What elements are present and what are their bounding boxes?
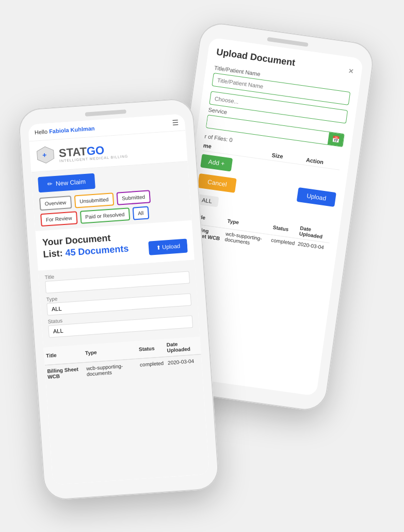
svg-text:+: + [42, 151, 47, 159]
add-button[interactable]: Add + [200, 154, 233, 171]
upload-heading: Upload Document [216, 46, 296, 68]
app-screen: Hello Fabiola Kuhlman ☰ + [28, 114, 209, 485]
close-icon[interactable]: × [348, 66, 354, 76]
upload-actions: Cancel Upload [198, 173, 336, 207]
tab-all[interactable]: All [132, 206, 149, 220]
logo-icon: + [36, 145, 56, 166]
main-col-status: Status [136, 339, 165, 359]
upload-document-button[interactable]: ⬆ Upload [148, 238, 188, 255]
documents-table: Title Type Status Date Uploaded Billing … [190, 208, 332, 259]
tab-paid-resolved[interactable]: Paid or Resolved [79, 207, 130, 224]
logo-text-group: STATGO INTELLIGENT MEDICAL BILLING [58, 142, 128, 163]
new-claim-button[interactable]: ✏ New Claim [38, 173, 95, 193]
row-status: completed [137, 357, 166, 376]
logo-go: GO [86, 143, 105, 157]
upload-button[interactable]: Upload [297, 187, 336, 207]
row-title: Billing Sheet WCB [45, 362, 85, 383]
new-claim-label: New Claim [56, 178, 86, 187]
tab-for-review[interactable]: For Review [40, 211, 77, 227]
row-date: 2020-03-04 [165, 354, 202, 374]
col-size: Size [271, 152, 306, 163]
greeting: Hello Fabiola Kuhlman [35, 125, 95, 135]
main-col-title: Title [43, 345, 84, 365]
upload-icon: ⬆ [156, 244, 161, 251]
row-status: completed [268, 235, 297, 254]
col-action: Action [305, 157, 341, 168]
tab-submitted[interactable]: Submitted [116, 190, 151, 205]
tab-unsubmitted[interactable]: Unsubmitted [74, 192, 114, 208]
main-col-date: Date Uploaded [164, 336, 201, 357]
doc-count: 45 Documents [65, 244, 129, 259]
front-phone: Hello Fabiola Kuhlman ☰ + [18, 98, 220, 501]
filter-section: Title Type ALL Status ALL [38, 260, 200, 345]
calendar-icon[interactable]: 📅 [328, 132, 344, 147]
scene: Upload Document × Title/Patient Name Ser… [0, 0, 404, 532]
user-name: Fabiola Kuhlman [49, 125, 95, 134]
claims-tabs: Overview Unsubmitted Submitted For Revie… [33, 187, 191, 227]
front-phone-screen: Hello Fabiola Kuhlman ☰ + [28, 114, 209, 485]
pencil-icon: ✏ [47, 180, 53, 188]
doc-section-header: Your Document List: 45 Documents ⬆ Uploa… [42, 227, 188, 264]
upload-screen: Upload Document × Title/Patient Name Ser… [181, 37, 363, 268]
row-type: wcb-supporting-documents [84, 359, 138, 380]
upload-label: Upload [162, 243, 181, 250]
menu-icon[interactable]: ☰ [172, 118, 179, 127]
hello-prefix: Hello [35, 128, 48, 136]
doc-heading-line2: List: [43, 248, 63, 260]
cancel-button[interactable]: Cancel [198, 173, 237, 193]
tab-overview[interactable]: Overview [39, 196, 72, 211]
